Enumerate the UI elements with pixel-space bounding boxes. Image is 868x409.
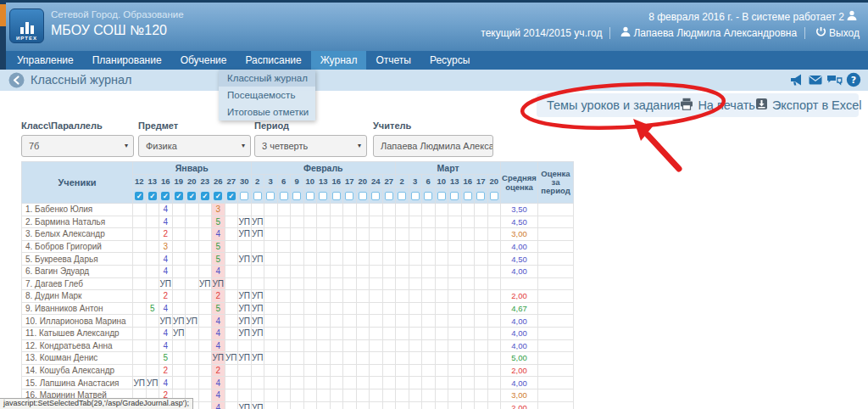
grade-cell[interactable]	[133, 253, 147, 266]
grade-cell[interactable]	[448, 204, 462, 216]
period-grade-cell[interactable]	[538, 389, 574, 401]
grade-cell[interactable]	[291, 401, 304, 409]
grade-cell[interactable]	[409, 204, 422, 216]
grade-cell[interactable]	[409, 327, 422, 339]
grade-cell[interactable]	[238, 204, 252, 216]
grade-cell[interactable]	[291, 377, 304, 389]
grade-cell[interactable]	[448, 253, 462, 266]
grade-cell[interactable]	[264, 315, 278, 328]
grade-cell[interactable]	[172, 228, 186, 241]
school-year-selector[interactable]: текущий 2014/2015 уч.год	[481, 27, 602, 39]
grade-cell[interactable]	[356, 216, 370, 228]
grade-cell[interactable]	[370, 302, 383, 315]
grade-cell[interactable]	[370, 377, 383, 389]
grade-cell[interactable]	[475, 216, 488, 228]
logout-button[interactable]: Выход	[829, 27, 860, 39]
grade-cell[interactable]: УП	[212, 277, 225, 290]
grade-cell[interactable]	[396, 339, 409, 352]
checked-checkbox[interactable]: ✓	[227, 192, 236, 200]
grade-cell[interactable]	[146, 315, 159, 328]
grade-cell[interactable]: УП	[172, 327, 186, 339]
grade-cell[interactable]	[277, 228, 291, 241]
grade-cell[interactable]: 4	[212, 339, 225, 352]
grade-cell[interactable]	[317, 277, 331, 290]
grade-cell[interactable]	[475, 277, 488, 290]
menu-item-upravlenie[interactable]: Управление	[8, 51, 83, 70]
grade-cell[interactable]	[461, 302, 475, 315]
period-grade-cell[interactable]	[538, 253, 574, 266]
grade-cell[interactable]	[370, 339, 383, 352]
grade-cell[interactable]	[186, 228, 199, 241]
grade-cell[interactable]	[198, 253, 212, 266]
grade-cell[interactable]	[172, 377, 186, 389]
grade-cell[interactable]	[264, 240, 278, 253]
checked-checkbox[interactable]: ✓	[135, 192, 143, 200]
grade-cell[interactable]: 5	[212, 253, 225, 266]
grade-cell[interactable]	[186, 240, 199, 253]
grade-cell[interactable]	[461, 364, 475, 377]
grade-cell[interactable]	[277, 240, 291, 253]
grade-cell[interactable]	[133, 240, 147, 253]
grade-cell[interactable]: 4	[159, 216, 173, 228]
grade-cell[interactable]	[396, 327, 409, 339]
period-grade-cell[interactable]	[538, 364, 574, 377]
grade-cell[interactable]	[225, 204, 238, 216]
grade-cell[interactable]	[382, 290, 396, 303]
grade-cell[interactable]	[317, 302, 331, 315]
grade-cell[interactable]: УП	[212, 352, 225, 365]
unchecked-checkbox[interactable]	[359, 192, 367, 200]
grade-cell[interactable]	[422, 265, 436, 277]
grade-cell[interactable]	[396, 290, 409, 303]
grade-cell[interactable]	[303, 240, 317, 253]
grade-cell[interactable]	[186, 204, 199, 216]
grade-cell[interactable]	[251, 377, 264, 389]
grade-cell[interactable]	[291, 352, 304, 365]
grade-cell[interactable]: УП	[238, 401, 252, 409]
grade-cell[interactable]	[238, 339, 252, 352]
dropdown-item-itogovye-otmetki[interactable]: Итоговые отметки	[219, 104, 315, 120]
grade-cell[interactable]: 4	[159, 327, 173, 339]
grade-cell[interactable]	[487, 265, 501, 277]
grade-cell[interactable]	[475, 240, 488, 253]
grade-cell[interactable]	[198, 228, 212, 241]
menu-item-otchety[interactable]: Отчеты	[366, 51, 420, 70]
period-grade-cell[interactable]	[538, 377, 574, 389]
grade-cell[interactable]	[264, 327, 278, 339]
grade-cell[interactable]	[303, 265, 317, 277]
grade-cell[interactable]	[225, 265, 238, 277]
unchecked-checkbox[interactable]	[292, 192, 301, 200]
grade-cell[interactable]	[435, 216, 448, 228]
grade-cell[interactable]	[343, 277, 357, 290]
grade-cell[interactable]	[487, 216, 501, 228]
grade-cell[interactable]: 2	[212, 364, 225, 377]
grade-cell[interactable]	[461, 240, 475, 253]
period-grade-cell[interactable]	[538, 240, 574, 253]
grade-cell[interactable]	[317, 389, 331, 401]
grade-cell[interactable]	[330, 302, 343, 315]
grade-cell[interactable]	[409, 401, 422, 409]
grade-cell[interactable]	[409, 216, 422, 228]
grade-cell[interactable]: УП	[238, 315, 252, 328]
grade-cell[interactable]	[448, 265, 462, 277]
grade-cell[interactable]	[317, 339, 331, 352]
grade-cell[interactable]	[317, 290, 331, 303]
grade-cell[interactable]	[461, 389, 475, 401]
grade-cell[interactable]	[448, 302, 462, 315]
unchecked-checkbox[interactable]	[240, 192, 248, 200]
grade-cell[interactable]: УП	[238, 290, 252, 303]
grade-cell[interactable]	[343, 364, 357, 377]
unchecked-checkbox[interactable]	[266, 192, 275, 200]
grade-cell[interactable]	[461, 401, 475, 409]
grade-cell[interactable]	[303, 253, 317, 266]
grade-cell[interactable]	[198, 401, 212, 409]
grade-cell[interactable]	[317, 315, 331, 328]
grade-cell[interactable]	[396, 377, 409, 389]
grade-cell[interactable]	[487, 339, 501, 352]
grade-cell[interactable]	[225, 401, 238, 409]
grade-cell[interactable]	[487, 302, 501, 315]
grade-cell[interactable]	[370, 389, 383, 401]
grade-cell[interactable]	[133, 339, 147, 352]
grade-cell[interactable]: УП	[172, 315, 186, 328]
filter-select-teacher[interactable]: Лапаева Людмила Александр ...	[373, 135, 493, 157]
grade-cell[interactable]	[330, 389, 343, 401]
